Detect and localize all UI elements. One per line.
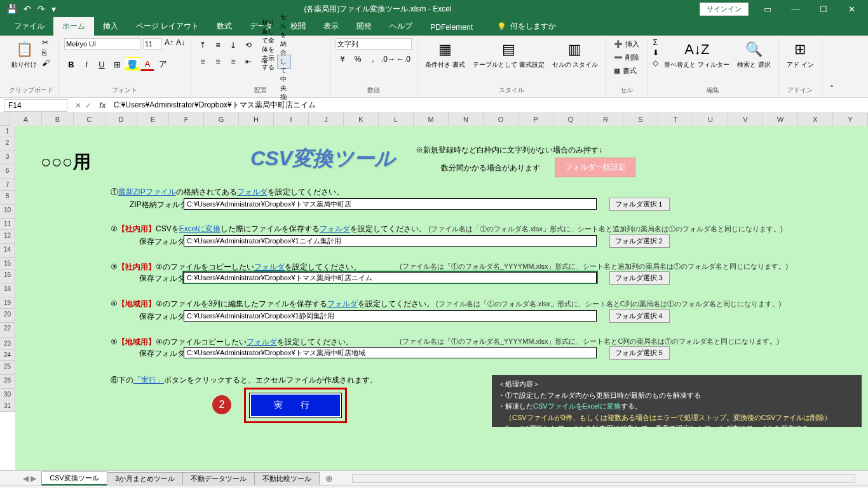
format-as-table-button[interactable]: ▤テーブルとして 書式設定	[470, 38, 547, 70]
col-header-R[interactable]: R	[588, 113, 623, 126]
comma-icon[interactable]: ,	[366, 52, 380, 66]
col-header-W[interactable]: W	[763, 113, 798, 126]
underline-icon[interactable]: U	[95, 57, 109, 71]
zip-folder-input[interactable]	[184, 198, 597, 210]
italic-icon[interactable]: I	[79, 57, 93, 71]
sort-filter-button[interactable]: A↓Z並べ替えと フィルター	[661, 38, 732, 70]
col-header-Y[interactable]: Y	[833, 113, 868, 126]
tab-formulas[interactable]: 数式	[208, 17, 241, 36]
conditional-format-button[interactable]: ▦条件付き 書式	[423, 38, 468, 70]
font-color-icon[interactable]: A	[140, 57, 154, 71]
increase-decimal-icon[interactable]: .0→	[381, 52, 395, 66]
percent-icon[interactable]: %	[351, 52, 365, 66]
autosum-icon[interactable]: Σ	[653, 38, 659, 47]
format-painter-icon[interactable]: 🖌	[42, 58, 50, 67]
signin-button[interactable]: サインイン	[700, 3, 749, 16]
col-header-E[interactable]: E	[137, 113, 169, 126]
merge-center-button[interactable]: セルを結合して中央揃え	[277, 55, 291, 69]
folder-batch-button[interactable]: フォルダ一括設定	[555, 158, 635, 177]
maximize-icon[interactable]: ☐	[810, 0, 837, 18]
col-header-F[interactable]: F	[169, 113, 204, 126]
collapse-ribbon-icon[interactable]: ˄	[822, 37, 841, 97]
row-header-28[interactable]: 28	[0, 375, 15, 389]
number-format-select[interactable]	[336, 38, 412, 50]
orientation-icon[interactable]: ⟲	[241, 38, 255, 52]
row-header-8[interactable]: 8	[0, 191, 15, 205]
col-header-L[interactable]: L	[379, 113, 414, 126]
enter-formula-icon[interactable]: ✓	[85, 101, 92, 110]
qat-customize-icon[interactable]: ▾	[51, 4, 56, 14]
folder-select-3-button[interactable]: フォルダ選択３	[609, 271, 670, 285]
cancel-formula-icon[interactable]: ✕	[75, 101, 81, 110]
border-icon[interactable]: ⊞	[110, 57, 124, 71]
bold-icon[interactable]: B	[64, 57, 78, 71]
col-header-S[interactable]: S	[623, 113, 658, 126]
close-icon[interactable]: ✕	[837, 0, 865, 18]
row-header-15[interactable]: 15	[0, 258, 15, 269]
tab-view[interactable]: 表示	[315, 17, 348, 36]
col-header-H[interactable]: H	[239, 113, 274, 126]
save-folder-2-input[interactable]	[184, 235, 597, 247]
col-header-Q[interactable]: Q	[553, 113, 588, 126]
row-header-11[interactable]: 11	[0, 219, 15, 230]
fill-icon[interactable]: ⬇	[653, 48, 659, 57]
add-sheet-button[interactable]: ⊕	[319, 473, 339, 484]
row-header-2[interactable]: 2	[0, 137, 15, 151]
col-header-V[interactable]: V	[728, 113, 763, 126]
row-header-30[interactable]: 30	[0, 389, 15, 400]
col-header-U[interactable]: U	[693, 113, 728, 126]
folder-select-2-button[interactable]: フォルダ選択２	[609, 234, 670, 248]
select-all-button[interactable]	[0, 113, 10, 126]
increase-font-icon[interactable]: A↑	[165, 38, 173, 50]
row-header-3[interactable]: 3	[0, 151, 15, 165]
row-header-31[interactable]: 31	[0, 400, 15, 412]
align-center-icon[interactable]: ≡	[211, 55, 225, 69]
row-header-1[interactable]: 1	[0, 126, 15, 137]
row-header-12[interactable]: 12	[0, 230, 15, 244]
currency-icon[interactable]: ¥	[336, 52, 349, 66]
delete-cells-button[interactable]: ➖削除	[611, 51, 642, 64]
save-icon[interactable]: 💾	[6, 4, 17, 14]
folder-select-4-button[interactable]: フォルダ選択４	[609, 309, 670, 323]
insert-cells-button[interactable]: ➕挿入	[611, 38, 642, 50]
align-right-icon[interactable]: ≡	[226, 55, 240, 69]
align-bottom-icon[interactable]: ⤓	[226, 38, 240, 52]
tab-insert[interactable]: 挿入	[94, 17, 127, 36]
tab-developer[interactable]: 開発	[348, 17, 381, 36]
tell-me[interactable]: 💡 何をしますか	[489, 17, 564, 36]
indent-increase-icon[interactable]: ⇥	[257, 55, 271, 69]
addins-button[interactable]: ⊞アド イン	[784, 38, 817, 70]
col-header-I[interactable]: I	[274, 113, 309, 126]
align-top-icon[interactable]: ⤒	[196, 38, 210, 52]
row-header-16[interactable]: 16	[0, 269, 15, 283]
sheet-tab-3month[interactable]: 3か月まとめツール	[107, 472, 183, 485]
col-header-T[interactable]: T	[658, 113, 693, 126]
row-header-25[interactable]: 25	[0, 361, 15, 375]
col-header-J[interactable]: J	[309, 113, 344, 126]
sheet-tab-fudou-compare[interactable]: 不動比較ツール	[254, 472, 320, 485]
tab-file[interactable]: ファイル	[5, 17, 53, 36]
align-left-icon[interactable]: ≡	[196, 55, 210, 69]
col-header-O[interactable]: O	[484, 113, 519, 126]
save-folder-5-input[interactable]	[184, 347, 597, 358]
sheet-content[interactable]: ○○○用 CSV変換ツール ※新規登録時など白枠内に文字列がない場合のみ押す↓ …	[15, 126, 868, 470]
decrease-decimal-icon[interactable]: ←.0	[397, 52, 410, 66]
format-cells-button[interactable]: ▦書式	[611, 65, 642, 77]
run-button[interactable]: 実 行	[250, 393, 341, 417]
copy-icon[interactable]: ⎘	[42, 48, 50, 57]
fill-color-icon[interactable]: 🪣	[125, 57, 139, 71]
fx-icon[interactable]: fx	[95, 101, 110, 110]
col-header-M[interactable]: M	[414, 113, 449, 126]
sheet-tab-csv[interactable]: CSV変換ツール	[41, 471, 107, 485]
minimize-icon[interactable]: —	[782, 0, 810, 18]
col-header-G[interactable]: G	[204, 113, 239, 126]
font-name-input[interactable]	[64, 38, 140, 50]
row-header-22[interactable]: 22	[0, 323, 15, 338]
tab-help[interactable]: ヘルプ	[381, 17, 421, 36]
row-header-6[interactable]: 6	[0, 165, 15, 179]
cut-icon[interactable]: ✂	[42, 38, 50, 47]
col-header-N[interactable]: N	[449, 113, 484, 126]
col-header-C[interactable]: C	[74, 113, 105, 126]
ribbon-display-icon[interactable]: ▭	[754, 0, 782, 18]
col-header-B[interactable]: B	[42, 113, 74, 126]
